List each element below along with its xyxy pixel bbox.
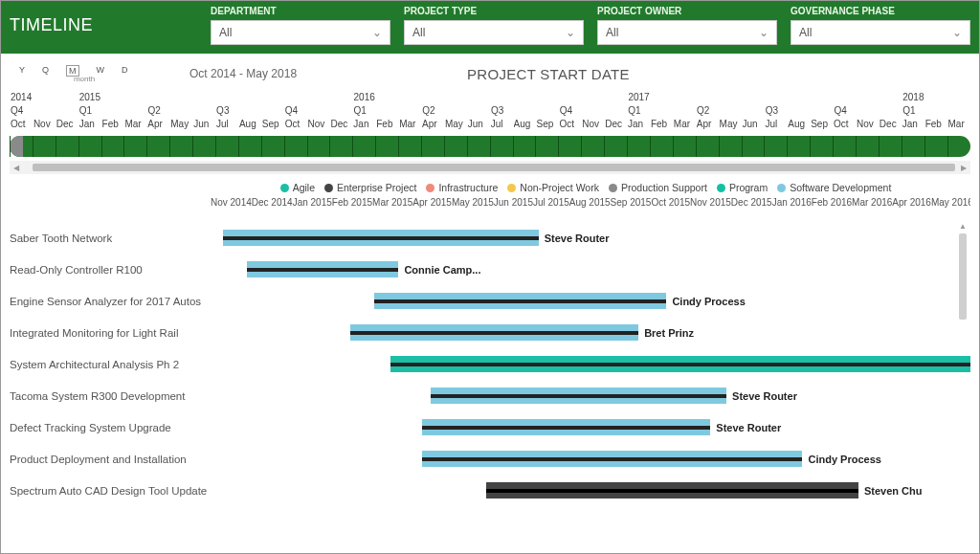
zoom-level-q[interactable]: Q bbox=[42, 65, 49, 77]
project-row-label[interactable]: System Architectural Analysis Ph 2 bbox=[10, 348, 211, 380]
bar-stripe bbox=[422, 457, 802, 461]
gantt-bar[interactable]: Connie Camp... bbox=[247, 261, 399, 277]
scrollbar-thumb[interactable] bbox=[959, 233, 967, 320]
page-title: TIMELINE bbox=[10, 6, 211, 35]
legend-label: Agile bbox=[293, 182, 315, 193]
bar-owner-label: Steve Router bbox=[732, 390, 797, 402]
project-row-label[interactable]: Saber Tooth Network bbox=[10, 222, 211, 254]
gantt-chart: Saber Tooth NetworkRead-Only Controller … bbox=[0, 197, 980, 506]
bar-stripe bbox=[431, 394, 726, 398]
timeline-scrollbar[interactable]: ◀ ▶ bbox=[10, 161, 970, 174]
scroll-left-icon[interactable]: ◀ bbox=[11, 164, 21, 172]
axis-month: Dec bbox=[329, 119, 352, 132]
filter-select-department[interactable]: All ⌄ bbox=[211, 20, 390, 45]
bar-owner-label: Steve Router bbox=[716, 422, 781, 433]
axis-year: 2015 bbox=[78, 92, 353, 105]
axis-month: Aug bbox=[787, 119, 810, 132]
axis-month: Nov bbox=[33, 119, 56, 132]
scroll-right-icon[interactable]: ▶ bbox=[959, 164, 969, 172]
bar-owner-label: Steve Router bbox=[545, 233, 610, 244]
legend-label: Enterprise Project bbox=[337, 182, 416, 193]
axis-month: Jan bbox=[352, 119, 375, 132]
gantt-bar[interactable] bbox=[390, 356, 970, 372]
project-row-label[interactable]: Spectrum Auto CAD Design Tool Update bbox=[10, 475, 211, 506]
legend-swatch bbox=[609, 184, 617, 192]
legend-swatch bbox=[717, 184, 725, 192]
gantt-month-header: Nov 2015 bbox=[690, 197, 731, 222]
project-row-label[interactable]: Product Deployment and Installation bbox=[10, 443, 211, 475]
legend-label: Non-Project Work bbox=[520, 182, 599, 193]
bar-owner-label: Bret Prinz bbox=[644, 327, 694, 339]
filter-label: PROJECT TYPE bbox=[404, 6, 584, 16]
axis-quarter: Q4 bbox=[833, 105, 902, 119]
axis-month: May bbox=[169, 119, 192, 132]
scrollbar-thumb[interactable] bbox=[33, 164, 955, 171]
legend-label: Program bbox=[729, 182, 768, 193]
gantt-bar[interactable]: Cindy Process bbox=[374, 293, 666, 309]
gantt-bar[interactable]: Steven Chu bbox=[486, 482, 858, 499]
project-row-label[interactable]: Engine Sensor Analyzer for 2017 Autos bbox=[10, 285, 211, 317]
gantt-month-header: Jan 2015 bbox=[293, 197, 332, 222]
scroll-up-icon[interactable]: ▲ bbox=[959, 222, 967, 232]
project-row-label[interactable]: Read-Only Controller R100 bbox=[10, 254, 211, 285]
axis-month: May bbox=[719, 119, 742, 132]
gantt-bar[interactable]: Bret Prinz bbox=[350, 324, 638, 341]
zoom-level-y[interactable]: Y bbox=[19, 65, 25, 77]
filter-value: All bbox=[412, 26, 425, 39]
axis-month: Mar bbox=[123, 119, 146, 132]
legend-item[interactable]: Infrastructure bbox=[426, 182, 498, 193]
gantt-bar[interactable]: Steve Router bbox=[422, 419, 710, 435]
axis-month: Jan bbox=[627, 119, 650, 132]
bar-owner-label: Cindy Process bbox=[808, 454, 880, 465]
legend-item[interactable]: Software Development bbox=[777, 182, 891, 193]
gantt-row: Steven Chu bbox=[211, 475, 970, 506]
legend-item[interactable]: Production Support bbox=[609, 182, 707, 193]
axis-month: Aug bbox=[513, 119, 536, 132]
gantt-vertical-scrollbar[interactable]: ▲ bbox=[957, 222, 969, 506]
legend-item[interactable]: Enterprise Project bbox=[324, 182, 416, 193]
chevron-down-icon: ⌄ bbox=[952, 26, 962, 39]
axis-month: Jan bbox=[78, 119, 101, 132]
axis-month: Apr bbox=[421, 119, 444, 132]
axis-month: Sep bbox=[535, 119, 558, 132]
filter-select-project-owner[interactable]: All ⌄ bbox=[597, 20, 777, 45]
gantt-bar[interactable]: Cindy Process bbox=[422, 451, 802, 467]
bar-owner-label: Steven Chu bbox=[864, 485, 923, 497]
axis-month: Mar bbox=[673, 119, 696, 132]
timeline-range-slider[interactable] bbox=[10, 136, 970, 157]
gantt-month-header: Dec 2014 bbox=[252, 197, 293, 222]
axis-year: 2017 bbox=[627, 92, 902, 105]
gantt-month-header: May 2016 bbox=[931, 197, 970, 222]
gantt-bar[interactable]: Steve Router bbox=[223, 230, 539, 246]
legend-item[interactable]: Program bbox=[717, 182, 768, 193]
gantt-month-header: Mar 2016 bbox=[852, 197, 892, 222]
zoom-granularity-selector[interactable]: YQMWD month bbox=[17, 65, 151, 83]
zoom-level-w[interactable]: W bbox=[97, 65, 105, 77]
gantt-row: Steve Router bbox=[211, 380, 970, 411]
legend-swatch bbox=[280, 184, 289, 192]
legend-item[interactable]: Agile bbox=[280, 182, 315, 193]
project-row-label[interactable]: Integrated Monitoring for Light Rail bbox=[10, 317, 211, 348]
bar-owner-label: Cindy Process bbox=[672, 296, 745, 307]
project-row-label[interactable]: Tacoma System R300 Development bbox=[10, 380, 211, 411]
zoom-level-d[interactable]: D bbox=[122, 65, 128, 77]
axis-month: Jun bbox=[192, 119, 215, 132]
gantt-month-header: Jun 2015 bbox=[494, 197, 533, 222]
legend-label: Infrastructure bbox=[438, 182, 498, 193]
gantt-bar[interactable]: Steve Router bbox=[431, 388, 726, 404]
axis-month: Apr bbox=[696, 119, 719, 132]
legend-item[interactable]: Non-Project Work bbox=[507, 182, 599, 193]
chevron-down-icon: ⌄ bbox=[372, 26, 382, 39]
filter-row: DEPARTMENT All ⌄ PROJECT TYPE All ⌄ PROJ… bbox=[211, 6, 970, 45]
axis-month: Nov bbox=[581, 119, 604, 132]
filter-select-governance-phase[interactable]: All ⌄ bbox=[791, 20, 970, 45]
project-row-label[interactable]: Defect Tracking System Upgrade bbox=[10, 411, 211, 443]
axis-month: Oct bbox=[10, 119, 33, 132]
axis-quarter: Q3 bbox=[490, 105, 559, 119]
bar-stripe bbox=[223, 236, 539, 240]
axis-quarter: Q1 bbox=[902, 105, 970, 119]
gantt-row bbox=[211, 348, 970, 380]
bar-stripe bbox=[486, 489, 858, 493]
filter-select-project-type[interactable]: All ⌄ bbox=[404, 20, 584, 45]
zoom-caption: month bbox=[74, 75, 95, 83]
